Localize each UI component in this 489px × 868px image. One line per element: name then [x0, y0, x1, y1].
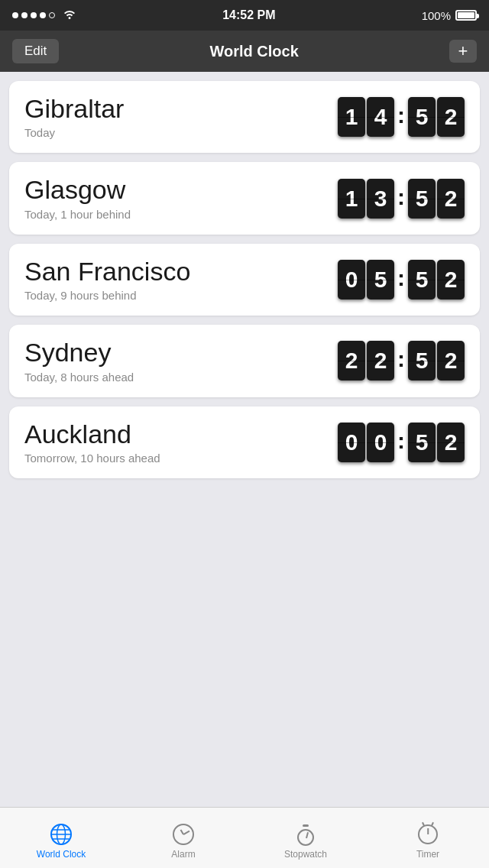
- flip-digit: 1: [338, 179, 365, 219]
- tab-timer[interactable]: Timer: [367, 817, 489, 860]
- clock-city: Sydney: [24, 338, 134, 367]
- flip-digit: 0: [338, 260, 365, 300]
- flip-digit: 2: [367, 341, 394, 381]
- flip-digit: 5: [367, 260, 394, 300]
- flip-digit: 2: [437, 179, 465, 219]
- status-time: 14:52 PM: [222, 8, 275, 22]
- signal-dot-2: [21, 12, 28, 18]
- flip-digit: 2: [437, 260, 465, 300]
- flip-digit: 3: [367, 179, 394, 219]
- nav-title: World Clock: [209, 43, 298, 60]
- flip-digit: 2: [437, 423, 465, 462]
- flip-colon: :: [396, 102, 406, 128]
- flip-colon: :: [396, 265, 406, 291]
- battery-area: 100%: [422, 9, 477, 22]
- clock-info: AucklandTomorrow, 10 hours ahead: [24, 420, 160, 465]
- clock-info: San FranciscoToday, 9 hours behind: [24, 257, 190, 302]
- battery-fill: [458, 12, 474, 18]
- tab-timer-label: Timer: [416, 849, 439, 860]
- flip-digit: 4: [367, 97, 394, 137]
- signal-dot-4: [40, 12, 46, 18]
- tab-stopwatch[interactable]: Stopwatch: [244, 817, 367, 860]
- clock-city: Glasgow: [24, 176, 131, 204]
- flip-digit: 5: [408, 423, 436, 462]
- tab-world-clock[interactable]: World Clock: [0, 817, 122, 860]
- timer-icon: [416, 823, 439, 846]
- clock-list: GibraltarToday14:52GlasgowToday, 1 hour …: [0, 72, 489, 807]
- clock-info: GlasgowToday, 1 hour behind: [24, 176, 131, 220]
- flip-digit: 2: [437, 341, 465, 381]
- clock-city: Auckland: [24, 420, 160, 449]
- alarm-icon: [172, 823, 195, 846]
- clock-info: GibraltarToday: [24, 95, 124, 139]
- wifi-icon: [63, 8, 76, 22]
- flip-digit: 1: [338, 97, 365, 137]
- signal-dot-5: [49, 12, 55, 18]
- flip-digit: 5: [408, 97, 436, 137]
- flip-colon: :: [396, 428, 406, 454]
- signal-dot-1: [12, 12, 18, 18]
- tab-stopwatch-label: Stopwatch: [284, 849, 327, 860]
- flip-clock: 22:52: [338, 341, 465, 381]
- tab-alarm[interactable]: Alarm: [122, 817, 244, 860]
- world-clock-icon: [50, 823, 73, 846]
- flip-colon: :: [396, 184, 406, 210]
- tab-alarm-label: Alarm: [171, 849, 195, 860]
- flip-digit: 0: [367, 423, 394, 462]
- flip-clock: 05:52: [338, 260, 465, 300]
- clock-subtitle: Today: [24, 126, 124, 139]
- flip-digit: 0: [338, 423, 365, 462]
- clock-subtitle: Today, 9 hours behind: [24, 289, 190, 302]
- flip-clock: 00:52: [338, 423, 465, 462]
- clock-subtitle: Today, 1 hour behind: [24, 208, 131, 221]
- clock-card: GlasgowToday, 1 hour behind13:52: [9, 162, 480, 234]
- flip-digit: 5: [408, 341, 436, 381]
- edit-button[interactable]: Edit: [12, 39, 59, 63]
- battery-percent: 100%: [422, 9, 451, 22]
- tab-bar: World Clock Alarm Stopwatch: [0, 807, 489, 868]
- signal-area: [12, 8, 76, 22]
- flip-clock: 13:52: [338, 179, 465, 219]
- clock-city: Gibraltar: [24, 95, 124, 123]
- add-button[interactable]: +: [449, 40, 477, 63]
- flip-digit: 2: [437, 97, 465, 137]
- flip-digit: 2: [338, 341, 365, 381]
- tab-world-clock-label: World Clock: [37, 849, 86, 860]
- clock-card: AucklandTomorrow, 10 hours ahead00:52: [9, 406, 480, 478]
- clock-city: San Francisco: [24, 257, 190, 286]
- nav-bar: Edit World Clock +: [0, 31, 489, 72]
- flip-clock: 14:52: [338, 97, 465, 137]
- stopwatch-icon: [294, 823, 317, 846]
- flip-colon: :: [396, 346, 406, 372]
- status-bar: 14:52 PM 100%: [0, 0, 489, 31]
- battery-icon: [455, 10, 477, 21]
- signal-dot-3: [31, 12, 37, 18]
- flip-digit: 5: [408, 260, 436, 300]
- clock-card: San FranciscoToday, 9 hours behind05:52: [9, 244, 480, 316]
- clock-subtitle: Tomorrow, 10 hours ahead: [24, 452, 160, 465]
- clock-card: GibraltarToday14:52: [9, 81, 480, 153]
- clock-info: SydneyToday, 8 hours ahead: [24, 338, 134, 383]
- flip-digit: 5: [408, 179, 436, 219]
- clock-subtitle: Today, 8 hours ahead: [24, 371, 134, 384]
- clock-card: SydneyToday, 8 hours ahead22:52: [9, 325, 480, 397]
